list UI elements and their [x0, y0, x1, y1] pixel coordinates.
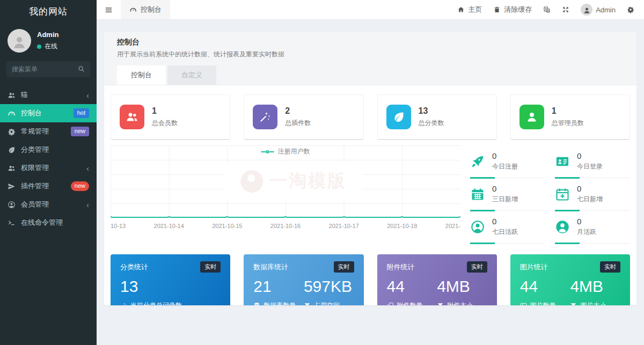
home-button[interactable]: 主页	[457, 5, 482, 14]
topbar: 控制台 主页 清除缓存 Admin	[97, 0, 644, 20]
chart-point[interactable]	[225, 216, 229, 218]
clear-cache-button[interactable]: 清除缓存	[493, 5, 532, 14]
panel-database-stats[interactable]: 数据库统计 实时 21 数据表数量	[244, 254, 363, 305]
topbar-tab-console[interactable]: 控制台	[121, 0, 170, 19]
panel-value-label: 图片大小	[580, 301, 606, 305]
x-tick-label: 2021-10-15	[212, 223, 242, 229]
panel-value: 4MB	[437, 277, 487, 296]
dashboard-gauge-icon	[129, 6, 137, 13]
sidebar-item-auth[interactable]: 权限管理 ‹	[0, 159, 97, 177]
chevron-left-icon: ‹	[86, 91, 89, 99]
language-icon	[543, 6, 551, 13]
panel-value-label: 图片数量	[530, 301, 556, 305]
site-logo[interactable]: 我的网站	[0, 0, 97, 23]
x-tick-label: 2021-10-13	[111, 223, 126, 229]
legend-line-icon	[269, 151, 274, 152]
chart-point[interactable]	[283, 216, 288, 218]
panel-value: 597KB	[304, 277, 354, 296]
card-total-categories[interactable]: 13 总分类数	[377, 94, 497, 140]
watermark: 一淘模版	[225, 163, 362, 200]
panel-attachment-stats[interactable]: 附件统计 实时 44 附件数量	[377, 254, 497, 305]
card-total-addons[interactable]: 2 总插件数	[244, 94, 363, 140]
panel-title: 附件统计	[387, 262, 415, 272]
sidebar-item-label: 会员管理	[21, 200, 49, 209]
card-value: 2	[285, 106, 311, 116]
card-label: 总分类数	[419, 119, 444, 128]
sidebar-item-label: 控制台	[21, 108, 42, 118]
stat-label: 三日新增	[492, 195, 518, 204]
stat-panels: 分类统计 实时 13 当前分类总记录数	[111, 254, 630, 305]
new-badge: new	[71, 127, 89, 136]
language-button[interactable]	[543, 6, 551, 13]
stat-value: 0	[577, 184, 603, 193]
content-area: 控制台 用于展示当前系统中的统计数据、统计报表及重要实时数据 控制台 自定义 1…	[97, 20, 644, 345]
stat-value: 0	[577, 217, 596, 226]
summary-cards: 1 总会员数 2 总插件数 13	[111, 94, 630, 140]
sidebar-search	[6, 61, 90, 77]
fullscreen-button[interactable]	[562, 6, 569, 13]
chart-point[interactable]	[342, 216, 346, 218]
panel-image-stats[interactable]: 图片统计 实时 44 图片数量	[510, 254, 630, 305]
user-icon	[519, 105, 544, 129]
tab-console[interactable]: 控制台	[117, 65, 166, 85]
new-badge: new	[71, 181, 89, 190]
user-icon	[11, 34, 27, 50]
registered-users-chart[interactable]: 注册用户数 一淘模版	[111, 145, 460, 229]
topbar-tab-label: 控制台	[141, 5, 162, 14]
sidebar-item-console[interactable]: 控制台 hot	[0, 104, 97, 122]
chevron-left-icon: ‹	[86, 201, 89, 209]
chart-point[interactable]	[167, 216, 171, 218]
panel-value: 44	[387, 277, 437, 296]
dashboard-gauge-icon	[8, 109, 16, 118]
chart-point[interactable]	[400, 216, 404, 218]
tab-custom[interactable]: 自定义	[167, 65, 216, 85]
chart-plot: 一淘模版	[111, 145, 460, 218]
home-icon	[457, 6, 465, 13]
sidebar-item-category[interactable]: 分类管理	[0, 141, 97, 159]
users-group-icon	[8, 91, 16, 99]
expand-icon	[562, 6, 569, 13]
x-tick-label: 2021-10-18	[387, 223, 417, 229]
chevron-left-icon: ‹	[86, 164, 89, 172]
filter-icon	[304, 302, 311, 305]
sidebar-toggle-button[interactable]	[97, 0, 121, 19]
sidebar-item-cat[interactable]: 猫 ‹	[0, 86, 97, 104]
sidebar-item-addon[interactable]: 插件管理 new	[0, 177, 97, 195]
avatar	[8, 29, 31, 53]
legend-label: 注册用户数	[278, 147, 310, 156]
leaf-icon	[386, 105, 411, 129]
panel-value: 13	[120, 277, 221, 296]
menu-icon	[105, 6, 113, 14]
stat-value: 0	[492, 217, 518, 226]
search-icon[interactable]	[77, 65, 85, 73]
chart-legend[interactable]: 注册用户数	[261, 147, 310, 156]
sidebar-item-member[interactable]: 会员管理 ‹	[0, 195, 97, 214]
stat-3day-new: 0 三日新增	[470, 178, 545, 211]
stat-month-active: 0 月活跃	[555, 211, 630, 244]
card-total-admins[interactable]: 1 总管理员数	[510, 94, 630, 140]
card-total-members[interactable]: 1 总会员数	[111, 94, 230, 140]
id-card-icon	[555, 154, 570, 169]
x-tick-label: 2021-10-14	[154, 223, 184, 229]
filter-icon	[570, 302, 577, 305]
user-circle-icon	[8, 201, 16, 209]
sidebar-item-general[interactable]: 常规管理 new	[0, 122, 97, 141]
chart-point[interactable]	[458, 216, 460, 218]
panel-value-label: 占用空间	[314, 301, 340, 305]
stat-label: 七日活跃	[492, 227, 518, 237]
realtime-badge: 实时	[467, 261, 487, 273]
user-menu[interactable]: Admin	[581, 4, 616, 16]
filter-icon	[437, 302, 444, 305]
chart-x-axis: 2021-10-13 2021-10-14 2021-10-15 2021-10…	[111, 221, 460, 229]
panel-header: 控制台 用于展示当前系统中的统计数据、统计报表及重要实时数据 控制台 自定义	[104, 32, 636, 85]
stat-today-login: 0 今日登录	[555, 145, 630, 178]
stat-value: 0	[492, 151, 518, 160]
sidebar-item-command[interactable]: 在线命令管理	[0, 214, 97, 232]
stat-label: 今日登录	[577, 162, 603, 171]
card-value: 1	[552, 106, 584, 116]
panel-category-stats[interactable]: 分类统计 实时 13 当前分类总记录数	[111, 254, 230, 305]
panel-title: 图片统计	[520, 262, 548, 272]
user-status[interactable]: 在线	[37, 42, 58, 51]
settings-button[interactable]	[627, 6, 634, 13]
user-panel: Admin 在线	[0, 23, 97, 58]
